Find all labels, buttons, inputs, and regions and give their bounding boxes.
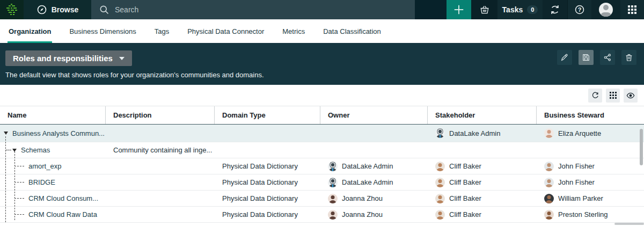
apps-grid-icon [628,5,636,14]
tab-label: Organization [9,27,51,35]
section-tabs: Organization Business Dimensions Tags Ph… [0,19,644,43]
tab-metrics[interactable]: Metrics [282,19,305,43]
table-row[interactable]: CRM Cloud Consum... Physical Data Dictio… [0,191,644,207]
search-input[interactable] [115,5,407,14]
user-chip[interactable]: John Fisher [544,178,644,187]
user-chip[interactable]: DataLake Admin [328,178,428,187]
table-row[interactable]: Schemas Community containing all inge... [0,142,644,158]
view-actions [557,50,636,65]
tasks-label: Tasks [502,5,523,14]
tab-physical-data-connector[interactable]: Physical Data Connector [187,19,264,43]
row-name[interactable]: CRM Cloud Raw Data [28,210,97,218]
tab-label: Data Classification [323,27,381,35]
avatar [435,178,445,187]
share-view-button[interactable] [600,50,615,65]
vertical-scrollbar-thumb[interactable] [640,129,643,165]
tab-label: Physical Data Connector [187,27,264,35]
row-business-steward: Preston Sterling [537,210,644,220]
save-view-button[interactable] [579,50,594,65]
chevron-down-icon [119,57,125,60]
row-name[interactable]: Business Analysts Commun... [12,129,105,137]
user-chip[interactable]: Cliff Baker [435,162,537,171]
column-header-stakeholder[interactable]: Stakeholder [428,106,537,124]
view-selector-button[interactable]: Roles and responsibilities [5,50,132,66]
user-chip[interactable]: DataLake Admin [435,128,537,138]
row-business-steward: John Fisher [537,162,644,171]
tab-data-classification[interactable]: Data Classification [323,19,381,43]
view-header: Roles and responsibilities The default v… [0,43,644,85]
row-owner: Joanna Zhou [320,210,428,220]
row-name[interactable]: BRIDGE [28,178,55,186]
data-basket-button[interactable] [471,0,497,19]
user-chip[interactable]: DataLake Admin [328,162,428,171]
tree-guide-line [5,136,6,222]
user-chip[interactable]: William Parker [544,194,644,203]
user-chip[interactable]: Eliza Arquette [544,128,644,138]
table-row[interactable]: amort_exp Physical Data Dictionary DataL… [0,158,644,174]
column-settings-button[interactable] [606,89,620,103]
avatar [544,194,554,203]
row-owner: Joanna Zhou [320,194,428,203]
tab-organization[interactable]: Organization [9,19,51,43]
column-header-domain-type[interactable]: Domain Type [215,106,320,124]
pencil-icon [560,53,569,62]
tab-label: Metrics [282,27,305,35]
column-header-description[interactable]: Description [106,106,215,124]
row-stakeholder: Cliff Baker [428,162,537,171]
tree-dash [14,198,24,199]
user-name: Preston Sterling [558,210,608,218]
help-button[interactable]: ? [568,0,591,19]
table-row[interactable]: CRM Cloud Raw Data Physical Data Diction… [0,207,644,223]
save-icon [582,53,590,62]
refresh-button[interactable] [588,89,602,103]
user-chip[interactable]: Joanna Zhou [328,194,428,203]
horizontal-scrollbar-thumb[interactable] [614,223,644,225]
row-name[interactable]: amort_exp [28,162,61,170]
user-chip[interactable]: Preston Sterling [544,210,644,220]
collapse-caret-icon[interactable] [4,132,8,135]
user-chip[interactable]: Cliff Baker [435,178,537,187]
edit-view-button[interactable] [557,50,572,65]
user-menu-button[interactable] [591,0,620,19]
table-row[interactable]: BRIDGE Physical Data Dictionary DataLake… [0,174,644,191]
table-toolbar [0,85,644,106]
column-header-name[interactable]: Name [0,106,106,124]
tree-dash [14,214,24,215]
create-button[interactable] [447,0,471,19]
browse-button[interactable]: Browse [24,0,91,19]
browse-label: Browse [52,5,79,14]
user-chip[interactable]: Cliff Baker [435,210,537,220]
table-row[interactable]: Business Analysts Commun... DataLake Adm… [0,125,644,142]
row-domain-type: Physical Data Dictionary [215,178,320,186]
app-logo[interactable] [0,0,24,19]
tasks-button[interactable]: Tasks 0 [497,0,543,19]
visibility-button[interactable] [624,89,638,103]
trash-icon [625,53,633,62]
user-name: DataLake Admin [342,162,393,170]
row-name[interactable]: Schemas [21,146,50,154]
global-search[interactable] [91,0,415,19]
delete-view-button[interactable] [621,50,636,65]
user-name: DataLake Admin [342,178,393,186]
row-stakeholder: DataLake Admin [428,128,537,138]
column-header-business-steward[interactable]: Business Steward [537,106,644,124]
user-chip[interactable]: John Fisher [544,162,644,171]
avatar [328,162,338,171]
tasks-count-badge: 0 [527,5,538,14]
user-chip[interactable]: Joanna Zhou [328,210,428,220]
view-selector-label: Roles and responsibilities [13,54,113,63]
user-chip[interactable]: Cliff Baker [435,194,537,203]
plus-icon [453,4,465,16]
user-name: Joanna Zhou [342,210,383,218]
row-description: Community containing all inge... [106,146,215,154]
help-glyph: ? [578,6,582,13]
apps-menu-button[interactable] [620,0,644,19]
column-header-owner[interactable]: Owner [320,106,428,124]
tab-tags[interactable]: Tags [155,19,169,43]
refresh-icon [591,91,599,99]
tab-business-dimensions[interactable]: Business Dimensions [69,19,136,43]
share-icon [603,53,612,62]
row-business-steward: Eliza Arquette [537,128,644,138]
row-name[interactable]: CRM Cloud Consum... [28,194,98,202]
sync-button[interactable] [543,0,568,19]
